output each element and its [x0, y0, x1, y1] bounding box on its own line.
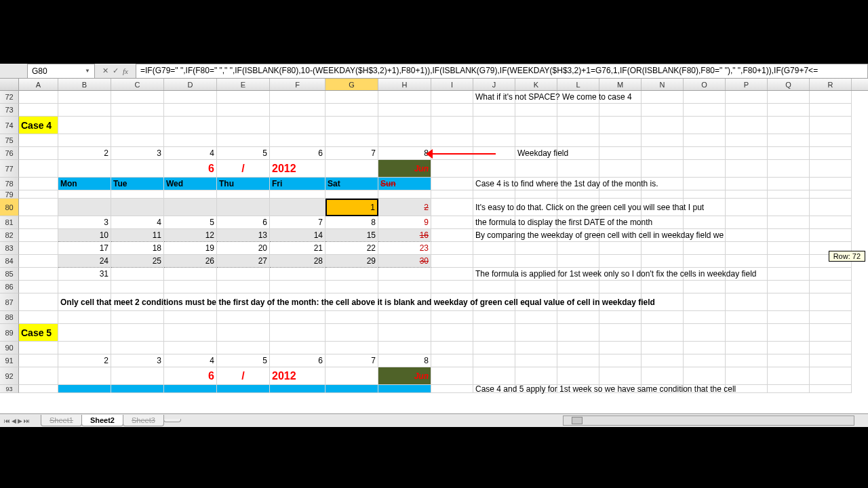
day-header[interactable]: Sat — [326, 178, 378, 190]
name-box-dropdown-icon[interactable]: ▼ — [85, 68, 90, 74]
cal-cell[interactable]: 24 — [58, 255, 111, 268]
row-header[interactable]: 75 — [0, 134, 19, 147]
weekday-num[interactable]: 3 — [111, 147, 164, 160]
row-header[interactable]: 77 — [0, 160, 19, 178]
day-header[interactable]: Wed — [164, 178, 217, 190]
col-header[interactable]: C — [111, 79, 164, 90]
col-header[interactable]: Q — [768, 79, 810, 90]
cal-cell[interactable]: 20 — [217, 242, 270, 255]
weekday-num[interactable]: 8 — [378, 147, 431, 160]
tab-sheet2[interactable]: Sheet2 — [81, 415, 123, 426]
row-header[interactable]: 73 — [0, 104, 19, 117]
cal-cell[interactable]: 3 — [58, 216, 111, 229]
day-header[interactable]: Tue — [111, 178, 164, 190]
cal-cell[interactable]: 9 — [378, 216, 431, 229]
text-cell[interactable]: Case 4 is to find where the 1st day of t… — [473, 178, 515, 190]
row-header[interactable]: 89 — [0, 324, 19, 342]
weekday-field-label[interactable]: Weekday field — [515, 147, 557, 160]
cal-cell[interactable] — [111, 199, 164, 216]
cal-cell[interactable]: 30 — [378, 255, 431, 268]
col-header[interactable]: M — [599, 79, 642, 90]
name-box[interactable]: G80 ▼ — [27, 64, 95, 79]
enter-icon[interactable]: ✓ — [113, 66, 119, 75]
cal-cell[interactable]: 17 — [58, 242, 111, 255]
weekday-num[interactable]: 6 — [270, 147, 326, 160]
weekday-num[interactable]: 6 — [270, 354, 326, 367]
row-header[interactable]: 93 — [0, 385, 19, 393]
row-header[interactable]: 74 — [0, 117, 19, 134]
arrow-cell[interactable] — [431, 147, 473, 160]
row-header[interactable]: 84 — [0, 255, 19, 268]
tab-sheet3[interactable]: Sheet3 — [123, 415, 164, 426]
col-header[interactable]: A — [19, 79, 58, 90]
weekday-num[interactable]: 8 — [378, 354, 431, 367]
selected-cell[interactable]: 1 — [326, 199, 378, 216]
cal-cell[interactable]: 5 — [164, 216, 217, 229]
row-header[interactable]: 78 — [0, 178, 19, 190]
cancel-icon[interactable]: ✕ — [102, 66, 108, 75]
col-header[interactable]: R — [810, 79, 852, 90]
year-cell[interactable]: 2012 — [270, 160, 326, 178]
col-header[interactable]: F — [270, 79, 326, 90]
new-sheet-button[interactable] — [163, 419, 181, 422]
weekday-num[interactable]: 7 — [326, 147, 378, 160]
row-header[interactable]: 86 — [0, 281, 19, 293]
last-tab-icon[interactable]: ⏭ — [24, 418, 30, 424]
col-header[interactable]: L — [557, 79, 599, 90]
cal-cell[interactable]: 18 — [111, 242, 164, 255]
row-header[interactable]: 92 — [0, 367, 19, 385]
month-name-cell[interactable]: Jun — [378, 367, 431, 385]
row-header[interactable]: 79 — [0, 190, 19, 199]
col-header[interactable]: I — [431, 79, 473, 90]
col-header-selected[interactable]: G — [326, 79, 378, 90]
row-header[interactable]: 83 — [0, 242, 19, 255]
cal-cell[interactable]: 25 — [111, 255, 164, 268]
cal-cell[interactable]: 31 — [58, 268, 111, 281]
cal-cell[interactable]: 22 — [326, 242, 378, 255]
text-cell[interactable]: It's easy to do that. Click on the green… — [473, 199, 515, 216]
text-cell[interactable]: What if it's not SPACE? We come to case … — [473, 91, 515, 104]
first-tab-icon[interactable]: ⏮ — [4, 418, 10, 424]
weekday-num[interactable]: 7 — [326, 354, 378, 367]
day-header-sun[interactable]: Sun — [378, 178, 431, 190]
text-cell[interactable]: The formula is applied for 1st week only… — [473, 268, 515, 281]
month-cell[interactable]: 6 — [164, 367, 217, 385]
day-header[interactable]: Fri — [270, 178, 326, 190]
slash-cell[interactable]: / — [217, 367, 270, 385]
weekday-num[interactable]: 4 — [164, 354, 217, 367]
row-header[interactable]: 76 — [0, 147, 19, 160]
col-header[interactable]: B — [58, 79, 111, 90]
prev-tab-icon[interactable]: ◀ — [12, 418, 16, 424]
cal-cell[interactable]: 7 — [270, 216, 326, 229]
col-header[interactable]: E — [217, 79, 270, 90]
cal-cell[interactable]: 23 — [378, 242, 431, 255]
row-header[interactable]: 90 — [0, 342, 19, 354]
scrollbar-thumb[interactable] — [572, 417, 583, 424]
day-header[interactable]: Mon — [58, 178, 111, 190]
cal-cell[interactable]: 19 — [164, 242, 217, 255]
cal-cell[interactable]: 27 — [217, 255, 270, 268]
cal-cell[interactable]: 8 — [326, 216, 378, 229]
cal-cell[interactable]: 13 — [217, 229, 270, 242]
row-header[interactable]: 88 — [0, 311, 19, 324]
col-header[interactable]: N — [642, 79, 684, 90]
cal-cell[interactable]: 21 — [270, 242, 326, 255]
tab-nav[interactable]: ⏮ ◀ ▶ ⏭ — [0, 418, 41, 424]
cal-cell[interactable]: 11 — [111, 229, 164, 242]
row-header-selected[interactable]: 80 — [0, 199, 19, 216]
row-header[interactable]: 82 — [0, 229, 19, 242]
case5-label[interactable]: Case 5 — [19, 324, 58, 342]
cal-cell[interactable]: 29 — [326, 255, 378, 268]
formula-input[interactable]: =IF(G79=" ",IF(F80=" "," ",IF(ISBLANK(F8… — [136, 64, 868, 79]
row-header[interactable]: 85 — [0, 268, 19, 281]
row-header[interactable]: 91 — [0, 354, 19, 367]
col-header[interactable]: J — [473, 79, 515, 90]
fx-icon[interactable]: fx — [123, 67, 128, 75]
row-header[interactable]: 81 — [0, 216, 19, 229]
weekday-num[interactable]: 5 — [217, 354, 270, 367]
cal-cell[interactable]: 15 — [326, 229, 378, 242]
text-cell[interactable]: By comparing the weekday of green cell w… — [473, 229, 515, 242]
cal-cell[interactable]: 16 — [378, 229, 431, 242]
col-header[interactable]: P — [726, 79, 768, 90]
weekday-num[interactable]: 2 — [58, 354, 111, 367]
